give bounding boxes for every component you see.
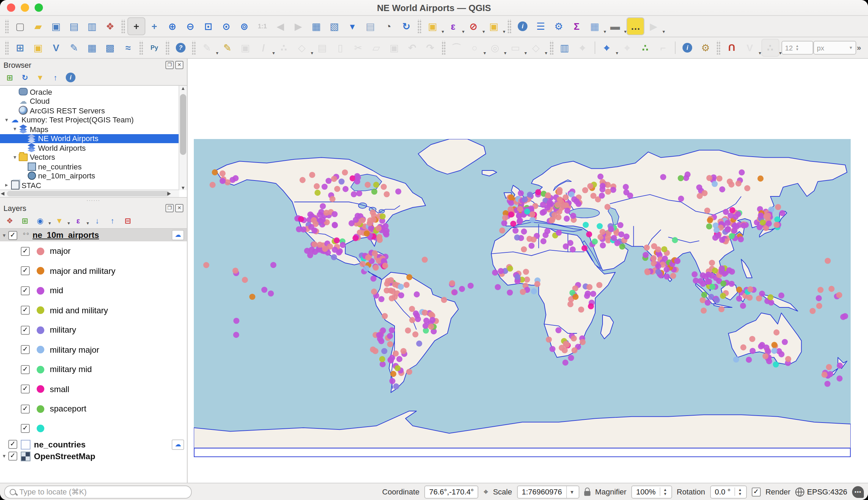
airport-point[interactable] [249, 294, 255, 300]
airport-point[interactable] [685, 172, 691, 178]
toggle-editing-button[interactable]: ✎ [218, 39, 236, 57]
airport-point[interactable] [517, 206, 523, 212]
airport-point[interactable] [693, 278, 699, 284]
browser-item-stac[interactable]: ▸STAC [0, 180, 187, 190]
airport-point[interactable] [597, 174, 604, 180]
visibility-checkbox[interactable]: ✓ [21, 267, 30, 276]
airport-point[interactable] [534, 281, 541, 287]
airport-point[interactable] [342, 169, 348, 176]
coordinate-input[interactable]: 76.6°,-170.4° [424, 485, 479, 498]
zoom-full-button[interactable]: ⊡ [199, 17, 217, 35]
airport-point[interactable] [372, 250, 378, 257]
copy-features-button[interactable]: ▱ [367, 39, 385, 57]
zoom-to-layer-button[interactable]: ⊚ [235, 17, 253, 35]
toolbar-grip[interactable] [441, 41, 445, 55]
airport-point[interactable] [393, 383, 399, 390]
scroll-right-icon[interactable]: ▶ [167, 190, 171, 197]
airport-point[interactable] [712, 268, 718, 274]
tree-expander-icon[interactable]: ▾ [3, 117, 10, 123]
toolbar-overflow-chevron[interactable]: » [857, 44, 861, 52]
airport-point[interactable] [567, 301, 573, 307]
toolbar-grip[interactable] [549, 41, 553, 55]
airport-point[interactable] [765, 213, 771, 219]
airport-point[interactable] [351, 191, 357, 197]
toolbar-grip[interactable] [507, 19, 512, 33]
airport-point[interactable] [387, 341, 393, 348]
airport-point[interactable] [354, 178, 360, 185]
airport-point[interactable] [384, 281, 390, 287]
airport-point[interactable] [706, 223, 712, 230]
airport-point[interactable] [785, 356, 792, 362]
airport-point[interactable] [557, 187, 563, 193]
airport-point[interactable] [233, 332, 239, 338]
spinner-arrows-icon[interactable]: ▲▼ [796, 44, 799, 52]
airport-point[interactable] [674, 258, 680, 264]
browser-item-cloud[interactable]: ☁Cloud [0, 96, 187, 106]
layers-float-button[interactable]: ❐ [165, 204, 174, 212]
airport-point[interactable] [709, 260, 715, 266]
show-layout-manager-button[interactable]: ▥ [83, 17, 101, 35]
filter-by-expression-button[interactable]: ε [71, 214, 85, 228]
layer-row-ne-10m-airports[interactable]: ▾✓°°ne_10m_airports☁ [0, 229, 187, 241]
airport-point[interactable] [644, 269, 651, 275]
delete-selected-button[interactable]: ▯ [331, 39, 349, 57]
browser-refresh-button[interactable]: ↻ [18, 71, 32, 84]
airport-point[interactable] [706, 175, 713, 181]
airport-point[interactable] [320, 203, 326, 209]
airport-point[interactable] [373, 265, 379, 271]
map-tips-button[interactable]: … [626, 17, 644, 35]
airport-point[interactable] [528, 243, 535, 249]
redo-button[interactable]: ↷ [421, 39, 439, 57]
browser-vertical-scrollbar[interactable]: ▲ ▼ [179, 86, 187, 190]
cut-features-button[interactable]: ✂ [349, 39, 367, 57]
lock-scale-icon[interactable] [584, 491, 590, 496]
airport-point[interactable] [670, 273, 676, 279]
airport-point[interactable] [617, 222, 624, 228]
zoom-native-button[interactable]: 1:1 [253, 17, 271, 35]
dropdown-arrow-icon[interactable]: ▾ [504, 50, 506, 58]
airport-point[interactable] [582, 187, 588, 193]
airport-point[interactable] [307, 211, 314, 217]
airport-point[interactable] [492, 270, 498, 276]
airport-point[interactable] [203, 262, 209, 268]
visibility-checkbox[interactable]: ✓ [21, 286, 30, 295]
airport-point[interactable] [518, 190, 524, 196]
airport-point[interactable] [771, 348, 777, 354]
airport-point[interactable] [502, 215, 508, 221]
dropdown-arrow-icon[interactable]: ▾ [216, 50, 218, 58]
airport-point[interactable] [332, 222, 338, 229]
temporal-controller-button[interactable]: ◔ [379, 17, 397, 35]
zoom-to-selection-button[interactable]: ⊙ [217, 17, 235, 35]
minimize-window-button[interactable] [21, 3, 29, 12]
airport-point[interactable] [381, 184, 387, 190]
airport-point[interactable] [614, 240, 621, 246]
airport-point[interactable] [608, 226, 614, 232]
airport-point[interactable] [824, 381, 831, 387]
rotation-spinbox[interactable]: 0.0 °▲▼ [710, 485, 747, 498]
airport-point[interactable] [540, 202, 546, 208]
visibility-checkbox[interactable]: ✓ [21, 405, 30, 414]
airport-point[interactable] [771, 342, 778, 348]
airport-point[interactable] [360, 261, 366, 267]
browser-properties-button[interactable]: i [64, 71, 78, 84]
statistical-summary-button[interactable]: ☰ [532, 17, 550, 35]
browser-item-world-airports[interactable]: World Airports [0, 143, 187, 152]
airport-point[interactable] [516, 219, 523, 225]
measure-button[interactable]: ▬ [606, 17, 624, 35]
tree-expander-icon[interactable]: ▾ [11, 154, 19, 160]
airport-point[interactable] [571, 335, 577, 342]
visibility-checkbox[interactable]: ✓ [21, 385, 30, 394]
dropdown-arrow-icon[interactable]: ▾ [503, 29, 505, 37]
airport-point[interactable] [578, 306, 584, 313]
browser-item-kumoy-test-project-qgis-team[interactable]: ▾☁Kumoy: Test Project(QGIS Team) [0, 115, 187, 124]
expand-all-button[interactable]: ↓ [90, 214, 104, 228]
airport-point[interactable] [662, 256, 668, 262]
airport-point[interactable] [322, 184, 328, 190]
airport-point[interactable] [588, 303, 594, 309]
airport-point[interactable] [664, 274, 670, 280]
browser-item-arcgis-rest-servers[interactable]: ArcGIS REST Servers [0, 106, 187, 115]
airport-point[interactable] [423, 317, 430, 324]
airport-point[interactable] [383, 230, 389, 237]
airport-point[interactable] [336, 249, 342, 256]
undo-button[interactable]: ↶ [403, 39, 421, 57]
